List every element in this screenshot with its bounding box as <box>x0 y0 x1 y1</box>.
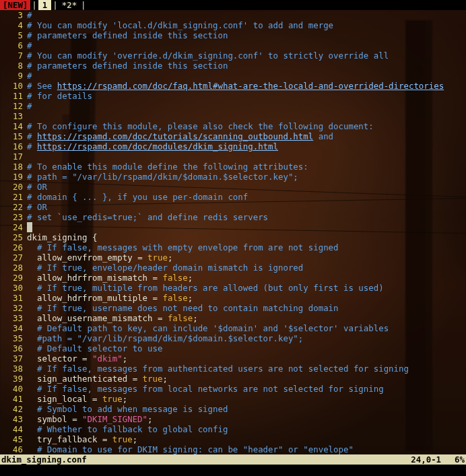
code-line[interactable]: 30 # If true, multiple from headers are … <box>0 283 466 293</box>
code-text[interactable]: # If false, messages from local networks… <box>27 384 466 394</box>
code-line[interactable]: 26 # If false, messages with empty envel… <box>0 242 466 252</box>
code-line[interactable]: 16# https://rspamd.com/doc/modules/dkim_… <box>0 141 466 151</box>
code-text[interactable]: # parameters defined inside this section <box>27 61 466 71</box>
code-text[interactable]: # <box>27 40 466 50</box>
code-line[interactable]: 3# <box>0 10 466 20</box>
code-line[interactable]: 21# domain { ... }, if you use per-domai… <box>0 192 466 202</box>
code-line[interactable]: 18# To enable this module define the fol… <box>0 162 466 172</box>
code-text[interactable]: # OR <box>27 202 466 212</box>
code-text[interactable] <box>27 222 466 232</box>
code-line[interactable]: 39 sign_authenticated = true; <box>0 374 466 384</box>
code-line[interactable]: 42 # Symbol to add when message is signe… <box>0 404 466 414</box>
token-op: = <box>153 293 163 303</box>
code-line[interactable]: 37 selector = "dkim"; <box>0 353 466 364</box>
code-line[interactable]: 7# You can modify 'override.d/dkim_signi… <box>0 50 466 61</box>
code-text[interactable]: # Domain to use for DKIM signing: can be… <box>27 444 466 454</box>
code-line[interactable]: 20# OR <box>0 182 466 192</box>
code-line[interactable]: 8# parameters defined inside this sectio… <box>0 61 466 71</box>
code-text[interactable]: # If false, messages from authenticated … <box>27 364 466 374</box>
code-text[interactable]: # See https://rspamd.com/doc/faq.html#wh… <box>27 81 466 91</box>
code-text[interactable]: # path = "/var/lib/rspamd/dkim/$domain.$… <box>27 172 466 182</box>
tab-1[interactable]: 1 <box>38 0 51 10</box>
token-kw: true <box>147 252 168 263</box>
code-text[interactable]: # domain { ... }, if you use per-domain … <box>27 192 466 202</box>
code-text[interactable]: sign_local = true; <box>27 394 466 404</box>
code-text[interactable]: symbol = "DKIM_SIGNED"; <box>27 414 466 424</box>
code-text[interactable]: # Symbol to add when message is signed <box>27 404 466 414</box>
code-line[interactable]: 40 # If false, messages from local netwo… <box>0 384 466 394</box>
editor-viewport[interactable]: 3#4# You can modify 'local.d/dkim_signin… <box>0 10 466 454</box>
code-line[interactable]: 32 # If true, username does not need to … <box>0 303 466 313</box>
code-line[interactable]: 6# <box>0 40 466 50</box>
code-text[interactable]: # <box>27 71 466 81</box>
code-text[interactable]: # To configure this module, please also … <box>27 121 466 131</box>
code-line[interactable]: 34 # Default path to key, can include '$… <box>0 323 466 333</box>
code-text[interactable]: # If true, username does not need to con… <box>27 303 466 313</box>
code-text[interactable]: # <box>27 101 466 111</box>
code-text[interactable]: # https://rspamd.com/doc/tutorials/scann… <box>27 131 466 141</box>
code-text[interactable] <box>27 151 466 162</box>
code-line[interactable]: 43 symbol = "DKIM_SIGNED"; <box>0 414 466 424</box>
code-line[interactable]: 28 # If true, envelope/header domain mis… <box>0 263 466 273</box>
code-text[interactable]: # If true, envelope/header domain mismat… <box>27 263 466 273</box>
line-number: 46 <box>0 444 27 454</box>
code-line[interactable]: 44 # Whether to fallback to global confi… <box>0 424 466 434</box>
code-text[interactable]: # OR <box>27 182 466 192</box>
code-line[interactable]: 10# See https://rspamd.com/doc/faq.html#… <box>0 81 466 91</box>
line-number: 43 <box>0 414 27 424</box>
code-text[interactable]: # <box>27 10 466 20</box>
code-text[interactable]: allow_hdrfrom_multiple = false; <box>27 293 466 303</box>
line-number: 37 <box>0 353 27 364</box>
code-line[interactable]: 36 # Default selector to use <box>0 343 466 353</box>
code-text[interactable]: # Default selector to use <box>27 343 466 353</box>
code-text[interactable]: selector = "dkim"; <box>27 353 466 364</box>
code-line[interactable]: 5# parameters defined inside this sectio… <box>0 30 466 40</box>
code-text[interactable] <box>27 111 466 121</box>
code-line[interactable]: 22# OR <box>0 202 466 212</box>
code-text[interactable]: # parameters defined inside this section <box>27 30 466 40</box>
code-text[interactable]: # set `use_redis=true;` and define redis… <box>27 212 466 222</box>
code-text[interactable]: # Default path to key, can include '$dom… <box>27 323 466 333</box>
tab-2[interactable]: *2* <box>59 0 79 10</box>
code-line[interactable]: 23# set `use_redis=true;` and define red… <box>0 212 466 222</box>
code-text[interactable]: allow_hdrfrom_mismatch = false; <box>27 273 466 283</box>
code-text[interactable]: # To enable this module define the follo… <box>27 162 466 172</box>
code-line[interactable]: 24 <box>0 222 466 232</box>
line-number: 9 <box>0 71 27 81</box>
code-text[interactable]: # https://rspamd.com/doc/modules/dkim_si… <box>27 141 466 151</box>
code-line[interactable]: 9# <box>0 71 466 81</box>
code-text[interactable]: allow_envfrom_empty = true; <box>27 252 466 263</box>
code-text[interactable]: # Whether to fallback to global config <box>27 424 466 434</box>
code-line[interactable]: 27 allow_envfrom_empty = true; <box>0 252 466 263</box>
token-comment: # If false, messages with empty envelope… <box>27 242 339 252</box>
code-line[interactable]: 17 <box>0 151 466 162</box>
code-line[interactable]: 33 allow_username_mismatch = false; <box>0 313 466 323</box>
code-text[interactable]: allow_username_mismatch = false; <box>27 313 466 323</box>
code-line[interactable]: 46 # Domain to use for DKIM signing: can… <box>0 444 466 454</box>
code-line[interactable]: 19# path = "/var/lib/rspamd/dkim/$domain… <box>0 172 466 182</box>
code-text[interactable]: # for details <box>27 91 466 101</box>
code-line[interactable]: 45 try_fallback = true; <box>0 434 466 444</box>
command-line[interactable] <box>0 465 466 476</box>
code-line[interactable]: 4# You can modify 'local.d/dkim_signing.… <box>0 20 466 30</box>
code-text[interactable]: # You can modify 'override.d/dkim_signin… <box>27 50 466 61</box>
token-comment: # If false, messages from authenticated … <box>27 364 409 374</box>
code-line[interactable]: 12# <box>0 101 466 111</box>
code-line[interactable]: 15# https://rspamd.com/doc/tutorials/sca… <box>0 131 466 141</box>
code-line[interactable]: 38 # If false, messages from authenticat… <box>0 364 466 374</box>
code-line[interactable]: 13 <box>0 111 466 121</box>
code-line[interactable]: 35 #path = "/var/lib/rspamd/dkim/$domain… <box>0 333 466 343</box>
code-line[interactable]: 29 allow_hdrfrom_mismatch = false; <box>0 273 466 283</box>
code-line[interactable]: 41 sign_local = true; <box>0 394 466 404</box>
code-line[interactable]: 25dkim_signing { <box>0 232 466 242</box>
code-text[interactable]: # If false, messages with empty envelope… <box>27 242 466 252</box>
code-line[interactable]: 14# To configure this module, please als… <box>0 121 466 131</box>
code-line[interactable]: 31 allow_hdrfrom_multiple = false; <box>0 293 466 303</box>
code-text[interactable]: # You can modify 'local.d/dkim_signing.c… <box>27 20 466 30</box>
code-line[interactable]: 11# for details <box>0 91 466 101</box>
code-text[interactable]: dkim_signing { <box>27 232 466 242</box>
code-text[interactable]: try_fallback = true; <box>27 434 466 444</box>
code-text[interactable]: sign_authenticated = true; <box>27 374 466 384</box>
code-text[interactable]: #path = "/var/lib/rspamd/dkim/$domain.$s… <box>27 333 466 343</box>
code-text[interactable]: # If true, multiple from headers are all… <box>27 283 466 293</box>
